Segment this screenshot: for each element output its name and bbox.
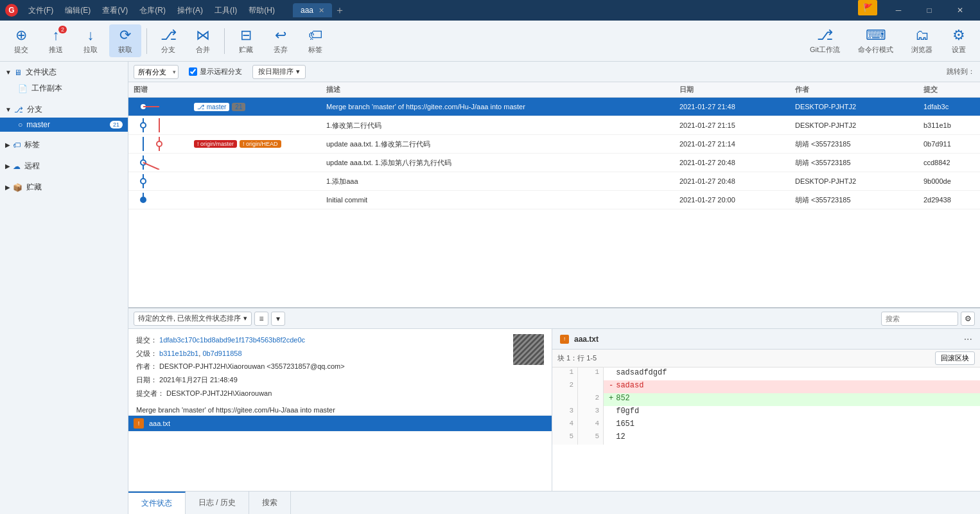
sidebar-header-tags[interactable]: ▶ 🏷 标签 <box>0 137 128 153</box>
push-button[interactable]: ↑ 2 推送 <box>40 24 72 57</box>
commit-row[interactable]: ⎇ master 21 Merge branch 'master' of htt… <box>128 98 980 116</box>
gitflow-button[interactable]: ⎇ Git工作流 <box>802 24 848 57</box>
commit-hash-5: 2d29438 <box>923 196 975 204</box>
menu-tools[interactable]: 工具(I) <box>209 4 242 17</box>
tab-log-history[interactable]: 日志 / 历史 <box>186 492 249 514</box>
line-content: 1651 <box>604 419 980 432</box>
svg-point-16 <box>141 179 146 184</box>
commit-row[interactable]: ! origin/master ! origin/HEAD update aaa… <box>128 135 980 154</box>
maximize-button[interactable]: □ <box>914 0 944 21</box>
commit-row[interactable]: 1.添加aaa 2021-01-27 20:48 DESKTOP-PJHTJ2 … <box>128 172 980 191</box>
tag-button[interactable]: 🏷 标签 <box>299 24 331 57</box>
list-view-button[interactable]: ≡ <box>254 312 268 326</box>
settings-label: 设置 <box>952 45 966 55</box>
settings-icon: ⚙ <box>952 27 965 44</box>
branch-icon: ⎇ <box>161 27 177 44</box>
search-area: ⚙ <box>881 312 975 326</box>
line-num-old: 4 <box>552 419 578 432</box>
branch-filter-select[interactable]: 所有分支 <box>134 65 179 79</box>
bottom-content: 提交： 1dfab3c170c1bd8abd9e1f173b4563b8f2cd… <box>128 329 980 491</box>
commit-date-3: 2021-01-27 20:48 <box>679 159 795 166</box>
list-item[interactable]: ! aaa.txt <box>128 416 552 432</box>
parent-2-link[interactable]: 0b7d911858 <box>202 350 241 357</box>
tab-search[interactable]: 搜索 <box>249 492 291 514</box>
monitor-icon: 🖥 <box>14 68 22 77</box>
line-num-new: 5 <box>578 432 604 445</box>
menu-file[interactable]: 文件(F) <box>23 4 58 17</box>
commit-row[interactable]: update aaa.txt. 1.添加第八行第九行代码 2021-01-27 … <box>128 154 980 172</box>
merge-button[interactable]: ⋈ 合并 <box>187 24 219 57</box>
discard-button[interactable]: ↩ 丢弃 <box>265 24 297 57</box>
discard-label: 丢弃 <box>274 45 288 55</box>
sidebar-section-branches: ▼ ⎇ 分支 ○ master 21 <box>0 99 128 134</box>
sort-dropdown-label: 待定的文件, 已依照文件状态排序 <box>138 314 241 323</box>
sidebar-header-file-status[interactable]: ▼ 🖥 文件状态 <box>0 64 128 80</box>
tags-label: 标签 <box>24 139 40 150</box>
sidebar-header-remotes[interactable]: ▶ ☁ 远程 <box>0 158 128 174</box>
tag-label: 标签 <box>308 45 322 55</box>
menu-help[interactable]: 帮助(H) <box>243 4 280 17</box>
graph-col-1 <box>134 118 326 132</box>
settings-button[interactable]: ⚙ 设置 <box>943 24 975 57</box>
search-input[interactable] <box>881 312 958 326</box>
menu-action[interactable]: 操作(A) <box>172 4 208 17</box>
menu-repo[interactable]: 仓库(R) <box>134 4 171 17</box>
graph-col-3 <box>134 155 326 170</box>
app-icon: G <box>5 4 18 17</box>
tab-file-status[interactable]: 文件状态 <box>128 492 186 514</box>
sort-dropdown-arrow: ▾ <box>243 314 247 323</box>
revert-button[interactable]: 回滚区块 <box>935 351 975 365</box>
graph-svg-0 <box>134 100 191 114</box>
line-num-new: 3 <box>578 406 604 419</box>
menu-view[interactable]: 查看(V) <box>97 4 133 17</box>
sort-label: 按日期排序 <box>258 67 293 76</box>
commit-row[interactable]: Initial commit 2021-01-27 20:00 胡靖 <3557… <box>128 191 980 209</box>
show-remote-checkbox-item: true 显示远程分支 <box>184 62 247 82</box>
pull-button[interactable]: ↓ 拉取 <box>74 24 107 57</box>
add-tab-button[interactable]: ＋ <box>335 4 345 17</box>
graph-svg-1 <box>134 118 191 132</box>
menu-bar[interactable]: 文件(F) 编辑(E) 查看(V) 仓库(R) 操作(A) 工具(I) 帮助(H… <box>23 4 280 17</box>
terminal-button[interactable]: ⌨ 命令行模式 <box>850 24 901 57</box>
explorer-label: 浏览器 <box>911 45 932 55</box>
close-tab-icon[interactable]: ✕ <box>319 6 324 15</box>
menu-edit[interactable]: 编辑(E) <box>60 4 96 17</box>
commit-message: Merge branch 'master' of https://gitee.c… <box>136 404 544 415</box>
sidebar-header-branches[interactable]: ▼ ⎇ 分支 <box>0 102 128 118</box>
minimize-button[interactable]: ─ <box>884 0 913 21</box>
diff-more-icon[interactable]: ··· <box>964 333 972 345</box>
branch-button[interactable]: ⎇ 分支 <box>152 24 184 57</box>
merge-label: 合并 <box>196 45 210 55</box>
diff-line: 5 5 12 <box>552 432 980 445</box>
commit-hash-2: 0b7d911 <box>923 140 975 148</box>
commit-author-2: 胡靖 <355723185 <box>795 139 923 149</box>
meta-date-line: 日期： 2021年1月27日 21:48:49 <box>136 374 544 386</box>
tab-aaa[interactable]: aaa ✕ <box>293 3 332 17</box>
commit-avatar <box>513 334 544 365</box>
parent-1-link[interactable]: b311e1b2b1 <box>159 350 198 357</box>
explorer-button[interactable]: 🗂 浏览器 <box>904 24 940 57</box>
flag-icon: 🚩 <box>858 0 877 15</box>
gear-button[interactable]: ⚙ <box>961 312 975 326</box>
sort-dropdown[interactable]: 待定的文件, 已依照文件状态排序 ▾ <box>134 312 252 326</box>
tag-count: 21 <box>232 103 245 111</box>
show-remote-checkbox[interactable] <box>189 67 197 76</box>
sidebar-header-stashes[interactable]: ▶ 📦 贮藏 <box>0 179 128 195</box>
more-options-button[interactable]: ▾ <box>271 312 285 326</box>
meta-parents-line: 父级： b311e1b2b1, 0b7d911858 <box>136 348 544 360</box>
close-window-button[interactable]: ✕ <box>945 0 975 21</box>
sort-button[interactable]: 按日期排序 ▾ <box>252 65 306 79</box>
line-content: -sadasd <box>604 380 980 393</box>
fetch-button[interactable]: ⟳ 获取 <box>109 24 141 57</box>
stash-icon: ⊟ <box>240 27 252 44</box>
stash-button[interactable]: ⊟ 贮藏 <box>230 24 262 57</box>
commit-desc-1: 1.修改第二行代码 <box>326 121 679 130</box>
more-icon: ▾ <box>276 314 280 323</box>
sidebar-item-master[interactable]: ○ master 21 <box>0 118 128 132</box>
commit-button[interactable]: ⊕ 提交 <box>5 24 37 57</box>
commit-row[interactable]: 1.修改第二行代码 2021-01-27 21:15 DESKTOP-PJHTJ… <box>128 116 980 135</box>
commit-label: 提交 <box>14 45 28 55</box>
sidebar-item-working-copy[interactable]: 📄 工作副本 <box>0 80 128 96</box>
bottom-toolbar: 待定的文件, 已依照文件状态排序 ▾ ≡ ▾ ⚙ <box>128 308 980 329</box>
tag-origin-master: ! origin/master <box>194 140 237 148</box>
